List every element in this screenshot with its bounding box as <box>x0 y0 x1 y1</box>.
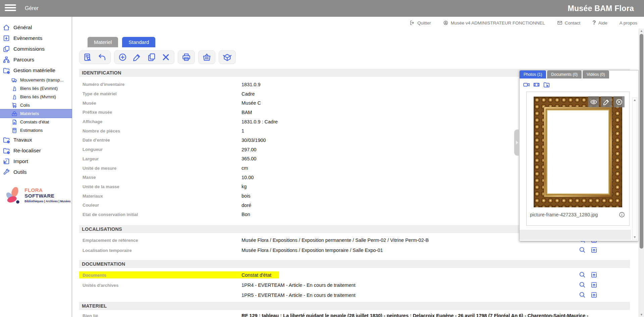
chess-knight-icon <box>11 94 17 100</box>
scroll-up-icon[interactable]: ▲ <box>639 29 644 33</box>
sitemap-icon <box>3 56 10 63</box>
panel-film-button[interactable] <box>533 81 540 88</box>
search-record-button[interactable] <box>83 53 92 62</box>
photo-view-button[interactable] <box>588 96 599 107</box>
tab-standard[interactable]: Standard <box>122 37 155 47</box>
tab-materiel[interactable]: Materiel <box>88 37 118 47</box>
toolbar-group <box>178 50 195 64</box>
scroll-down-icon[interactable]: ▼ <box>633 235 636 239</box>
delete-button[interactable] <box>161 53 170 62</box>
field-row: Localisation temporaireMusée Flora / Exp… <box>79 245 630 255</box>
header-link-quitter[interactable]: Quitter <box>410 20 431 25</box>
scrollbar-thumb[interactable] <box>640 34 643 249</box>
media-tab-vid-os-0[interactable]: Vidéos (0) <box>583 70 609 78</box>
field-value: 1831.0.9 <box>241 82 260 87</box>
mail-icon <box>557 20 562 25</box>
edit-button[interactable] <box>132 53 142 62</box>
sidebar-item-parcours[interactable]: Parcours <box>0 54 72 65</box>
search-icon[interactable] <box>579 281 586 288</box>
scroll-up-icon[interactable]: ▲ <box>633 98 636 102</box>
search-icon[interactable] <box>579 271 586 278</box>
sidebar-item-estimations[interactable]: Estimations <box>0 126 72 135</box>
sidebar-item-g-n-ral[interactable]: Général <box>0 22 72 33</box>
field-row: Bien liéRF 129 : tableau ; La liberté gu… <box>79 311 630 317</box>
field-value: 1 <box>241 128 244 134</box>
sidebar-item-commissions[interactable]: Commissions <box>0 44 72 54</box>
search-icon <box>579 246 586 254</box>
field-row: 1PR5 - EVERTEAM - Article - En cours de … <box>79 290 630 300</box>
photo-thumbnail[interactable] <box>534 97 622 207</box>
folder-globe-icon <box>3 147 10 154</box>
field-label: Musée <box>79 101 241 106</box>
question-icon: ? <box>592 19 596 26</box>
sidebar-item-biens-li-s-mvmnt[interactable]: Biens liés (Mvmnt) <box>0 93 72 101</box>
photo-delete-button[interactable] <box>613 96 625 107</box>
search-icon[interactable] <box>579 246 586 254</box>
page-scrollbar[interactable]: ▲ ▼ <box>639 29 644 317</box>
toolbox-icon <box>11 111 17 117</box>
info-circle-icon[interactable] <box>619 211 625 218</box>
header-link-mus-e-v4-administrateur-fonctionnel[interactable]: Musée v4 ADMINISTRATEUR FONCTIONNEL <box>443 20 545 25</box>
open-window-icon <box>590 246 598 254</box>
x-circle-icon <box>615 98 623 106</box>
photo-edit-button[interactable] <box>601 96 612 107</box>
sidebar-item-ev-nements[interactable]: Evènements <box>0 33 72 44</box>
header-link-a-propos[interactable]: A propos <box>620 20 637 25</box>
menu-icon[interactable] <box>5 4 16 12</box>
panel-video-button[interactable] <box>523 81 530 88</box>
photo-filename: picture-frame-427233_1280.jpg <box>530 212 598 217</box>
sidebar-item-gestion-mat-rielle[interactable]: Gestion matérielle <box>0 65 72 76</box>
add-button[interactable] <box>118 53 127 62</box>
field-value: kg <box>241 184 247 189</box>
header-link-aide[interactable]: ?Aide <box>592 19 607 26</box>
field-value: Constat d'état <box>241 272 271 278</box>
field-label: Type de matériel <box>79 91 241 96</box>
sidebar-item-travaux[interactable]: Travaux <box>0 135 72 145</box>
open-window-icon[interactable] <box>590 281 598 288</box>
photo-overlay-actions <box>588 96 625 107</box>
event-box-icon <box>3 35 10 42</box>
sidebar-item-mat-riels[interactable]: Matériels <box>0 109 72 118</box>
panel-collapse-handle[interactable] <box>514 129 520 156</box>
basket-button[interactable] <box>202 53 211 62</box>
calculator-icon <box>11 127 17 134</box>
media-tab-photos-1[interactable]: Photos (1) <box>520 70 546 78</box>
field-row: DocumentsConstat d'état <box>79 270 630 280</box>
field-value: 30/03/1900 <box>241 138 266 143</box>
panel-folder-image-button[interactable] <box>543 81 550 88</box>
sidebar-item-mouvements-transp[interactable]: Mouvements (transp... <box>0 76 72 84</box>
field-label: Nombre de pièces <box>79 128 241 134</box>
panel-scrollbar[interactable]: ▲ ▼ <box>632 97 637 240</box>
scroll-down-icon[interactable]: ▼ <box>639 313 644 316</box>
open-window-icon[interactable] <box>590 246 598 254</box>
field-label: Unité de mesure <box>79 166 241 171</box>
field-label: Etat de conservation initial <box>79 212 241 217</box>
pencil-icon <box>132 53 142 62</box>
search-icon[interactable] <box>579 291 586 299</box>
document-image-icon <box>11 119 17 125</box>
field-label: Bien lié <box>79 313 241 317</box>
folder-globe-icon <box>3 136 10 144</box>
media-tab-documents-0[interactable]: Documents (0) <box>547 70 582 78</box>
back-button[interactable] <box>98 53 107 62</box>
event-box-icon <box>3 35 10 42</box>
topbar-menu-label[interactable]: Gérer <box>25 0 39 17</box>
search-icon <box>579 281 586 288</box>
export-button[interactable] <box>223 53 232 62</box>
header-link-contact[interactable]: Contact <box>557 20 581 25</box>
field-label: Emplacement de référence <box>79 238 241 243</box>
sidebar-item-outils[interactable]: Outils <box>0 167 72 177</box>
print-button[interactable] <box>182 53 191 62</box>
document-image-icon <box>11 119 17 125</box>
sidebar-item-biens-li-s-evnmnt[interactable]: Biens liés (Evnmnt) <box>0 84 72 93</box>
sidebar-item-constats-d-tat[interactable]: Constats d'état <box>0 118 72 126</box>
field-label: Unité de la masse <box>79 184 241 189</box>
duplicate-button[interactable] <box>147 53 156 62</box>
sidebar-item-colis[interactable]: Colis <box>0 101 72 109</box>
sidebar-item-import[interactable]: Import <box>0 156 72 167</box>
commissions-pages-icon <box>3 45 10 53</box>
open-window-icon[interactable] <box>590 271 598 278</box>
sidebar-item-re-localiser[interactable]: Re-localiser <box>0 145 72 156</box>
open-window-icon[interactable] <box>590 291 598 299</box>
trolley-icon <box>11 102 17 108</box>
